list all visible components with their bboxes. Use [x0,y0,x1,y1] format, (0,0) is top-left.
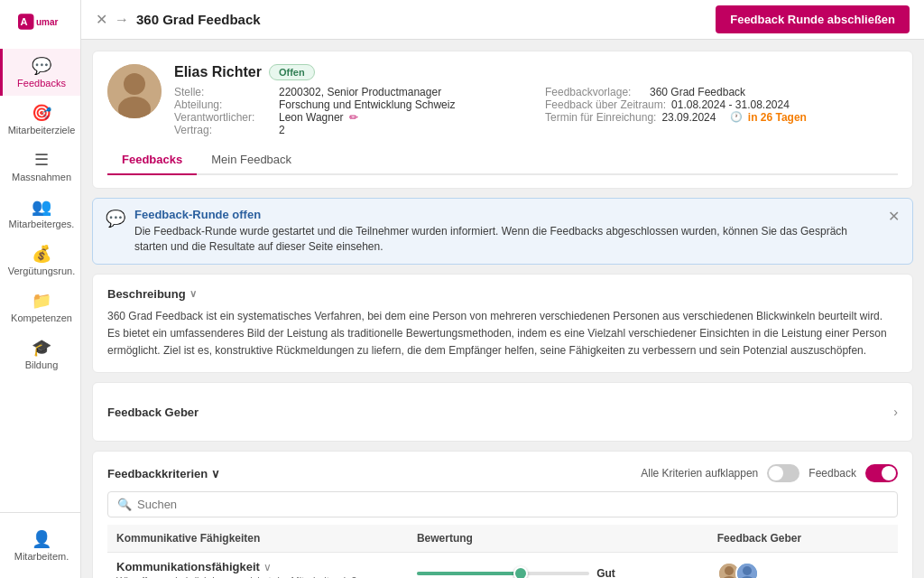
profile-meta: Stelle: 2200302, Senior Productmanager A… [174,86,898,136]
description-chevron-icon[interactable]: ∨ [189,288,197,300]
avatar-person-2 [735,562,759,578]
sidebar-item-mitarbeiterziele[interactable]: 🎯 Mitarbeiterziele [0,96,80,143]
clock-icon: 🕐 [730,111,743,124]
criteria-table: Kommunikative Fähigkeiten Bewertung Feed… [107,525,898,578]
tab-mein-feedback[interactable]: Mein Feedback [197,145,306,175]
description-text: 360 Grad Feedback ist ein systematisches… [107,308,898,360]
slider-track [417,572,589,575]
slider-thumb[interactable] [513,566,528,578]
feedback-toggle[interactable] [865,464,898,482]
feedbackkriterien-card: Feedbackkriterien ∨ Alle Kriterien aufkl… [92,451,913,578]
profile-name: Elias Richter [174,64,262,80]
feedback-geber-title: Feedback Geber [107,406,199,419]
search-input[interactable] [137,498,888,511]
close-feedback-round-button[interactable]: Feedback Runde abschließen [716,5,910,33]
criteria-header: Feedbackkriterien ∨ Alle Kriterien aufkl… [107,464,898,482]
feedbackvorlage-row: Feedbackvorlage: 360 Grad Feedback [545,86,898,98]
mitarbeiterziele-icon: 🎯 [32,103,51,123]
feedback-geber-chevron-icon[interactable]: › [893,405,898,419]
row-name: Kommunikationsfähigkeit [116,560,260,573]
sidebar-item-label: Mitarbeiterziele [8,125,76,135]
sidebar: A umar 💬 Feedbacks 🎯 Mitarbeiterziele ☰ … [0,0,81,578]
alert-text: Die Feedback-Runde wurde gestartet und d… [134,224,879,255]
sidebar-item-bildung[interactable]: 🎓 Bildung [0,331,80,378]
profile-card: Elias Richter Offen Stelle: 2200302, Sen… [92,51,913,189]
termin-value: 23.09.2024 [661,111,716,124]
sidebar-footer-label: Mitarbeitem. [14,551,69,562]
col-header-name: Kommunikative Fähigkeiten [107,525,408,553]
abteilung-value: Forschung und Entwicklung Schweiz [279,98,455,111]
termin-label: Termin für Einreichung: [545,111,656,124]
termin-row: Termin für Einreichung: 23.09.2024 🕐 in … [545,111,898,124]
slider-label: Gut [596,567,615,578]
bildung-icon: 🎓 [32,338,51,358]
svg-point-7 [725,566,734,575]
edit-icon[interactable]: ✏ [349,111,358,124]
description-header: Beschreibung ∨ [107,287,898,301]
feedback-geber-row: Feedback Geber › [107,396,898,428]
sidebar-item-massnahmen[interactable]: ☰ Massnahmen [0,143,80,190]
criteria-title-text: Feedbackkriterien [107,467,208,480]
zeitraum-value: 01.08.2024 - 31.08.2024 [671,98,790,111]
vertrag-label: Vertrag: [174,124,273,136]
tabs: Feedbacks Mein Feedback [107,145,898,175]
table-header-row: Kommunikative Fähigkeiten Bewertung Feed… [107,525,898,553]
stelle-label: Stelle: [174,86,273,98]
feedback-geber-card: Feedback Geber › [92,382,913,442]
feedbackvorlage-value: 360 Grad Feedback [650,86,745,98]
content-area: Elias Richter Offen Stelle: 2200302, Sen… [81,40,924,578]
due-text: in 26 Tagen [748,111,807,124]
tab-feedbacks[interactable]: Feedbacks [107,145,197,175]
sidebar-item-label: Mitarbeiterges. [9,219,75,229]
table-row: Kommunikationsfähigkeit ∨ Wie offen und … [107,553,898,578]
sidebar-item-feedbacks[interactable]: 💬 Feedbacks [0,49,80,96]
sidebar-item-label: Kompetenzen [11,312,72,323]
close-button[interactable]: ✕ [96,11,107,28]
avatar-group [717,562,889,578]
description-card: Beschreibung ∨ 360 Grad Feedback ist ein… [92,274,913,374]
stelle-row: Stelle: 2200302, Senior Productmanager [174,86,527,98]
row-bewertung-cell: Gut [408,553,708,578]
col-header-bewertung: Bewertung [408,525,708,553]
slider-fill [417,572,521,575]
sidebar-item-verguetung[interactable]: 💰 Vergütungsrun. [0,237,80,284]
alle-aufklappen-toggle[interactable] [767,464,799,482]
status-badge: Offen [269,64,315,80]
mitarbeiter-icon: 👤 [32,529,51,549]
profile-section: Elias Richter Offen Stelle: 2200302, Sen… [107,64,898,136]
abteilung-label: Abteilung: [174,98,273,111]
sidebar-item-label: Vergütungsrun. [8,266,76,276]
kompetenzen-icon: 📁 [32,291,51,311]
alert-close-button[interactable]: ✕ [888,208,900,225]
feedbacks-icon: 💬 [32,56,51,76]
navigate-forward-icon[interactable]: → [115,12,129,28]
main-content: ✕ → 360 Grad Feedback Feedback Runde abs… [81,0,924,578]
sidebar-item-mitarbeiterg[interactable]: 👥 Mitarbeiterges. [0,190,80,237]
row-expand-icon[interactable]: ∨ [263,561,272,573]
topbar: ✕ → 360 Grad Feedback Feedback Runde abs… [81,0,924,40]
alert-title: Feedback-Runde offen [134,208,879,221]
svg-point-4 [124,73,145,95]
sidebar-item-label: Massnahmen [12,172,71,182]
svg-text:umar: umar [36,17,59,27]
svg-point-10 [743,566,752,575]
verantwortlicher-label: Verantwortlicher: [174,111,273,124]
row-name-cell: Kommunikationsfähigkeit ∨ Wie offen und … [107,553,408,578]
massnahmen-icon: ☰ [34,150,49,170]
sidebar-item-mitarbeiter[interactable]: 👤 Mitarbeitem. [4,522,77,569]
criteria-chevron-icon[interactable]: ∨ [211,467,220,480]
verguetung-icon: 💰 [32,244,51,264]
search-box: 🔍 [107,491,898,517]
zeitraum-label: Feedback über Zeitraum: [545,98,666,111]
app-logo: A umar [14,9,68,34]
slider-container: Gut [417,567,615,578]
stelle-value: 2200302, Senior Productmanager [279,86,441,98]
zeitraum-row: Feedback über Zeitraum: 01.08.2024 - 31.… [545,98,898,111]
feedback-label: Feedback [808,467,856,480]
sidebar-item-label: Bildung [25,359,59,370]
criteria-controls: Alle Kriterien aufklappen Feedback [641,464,898,482]
avatar [107,64,162,118]
feedbackvorlage-label: Feedbackvorlage: [545,86,644,98]
sidebar-item-kompetenzen[interactable]: 📁 Kompetenzen [0,284,80,331]
alert-banner: 💬 Feedback-Runde offen Die Feedback-Rund… [92,198,913,265]
